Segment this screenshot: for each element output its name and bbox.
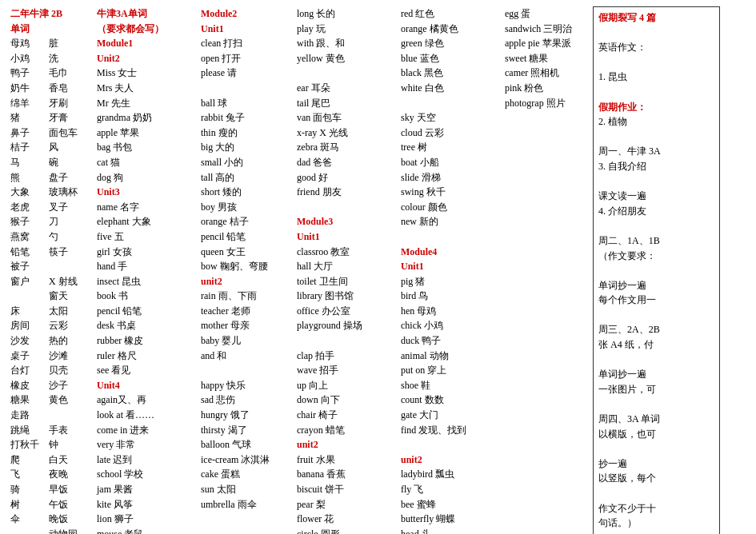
hw-item4: 4. 介绍朋友 xyxy=(598,204,714,219)
col5-row: shoe 鞋 xyxy=(401,378,500,393)
col5-row: head 头 xyxy=(401,527,500,534)
col1-row: 母鸡 脏 xyxy=(10,36,92,51)
hw-note-start: （作文要求： xyxy=(598,249,714,264)
col5-m4: Module4 xyxy=(401,245,500,260)
hw-blank xyxy=(598,441,714,456)
col1-row: 糖果 黄色 xyxy=(10,393,92,408)
col2-row: dog 狗 xyxy=(97,170,196,185)
col5-row: gate 大门 xyxy=(401,408,500,423)
col2-row: cat 猫 xyxy=(97,155,196,170)
col4-row: ear 耳朵 xyxy=(297,81,396,96)
col4-row: down 向下 xyxy=(297,393,396,408)
col2-row: book 书 xyxy=(97,289,196,304)
col2-row: hand 手 xyxy=(97,259,196,274)
col1-row: 树 午饭 xyxy=(10,497,92,512)
col4-row: crayon 蜡笔 xyxy=(297,423,396,438)
col1-row: 骑 早饭 xyxy=(10,482,92,497)
col1-row: 鼻子 面包车 xyxy=(10,126,92,141)
col1-row: 被子 xyxy=(10,259,92,274)
col2-row: girl 女孩 xyxy=(97,245,196,260)
col1-row: 打秋千 钟 xyxy=(10,437,92,452)
col1-row: 小鸡 洗 xyxy=(10,51,92,66)
hw-blank xyxy=(598,353,714,368)
col3-row: pencil 铅笔 xyxy=(201,229,292,245)
col5-row: green 绿色 xyxy=(401,36,500,51)
col1-row: 橡皮 沙子 xyxy=(10,378,92,393)
col3-row: rabbit 兔子 xyxy=(201,110,292,126)
hw-day4: 周四、3A 单词 xyxy=(598,412,714,427)
col3-row: queen 女王 xyxy=(201,245,292,260)
hw-day1: 周一、牛津 3A xyxy=(598,144,714,159)
col6-row: pink 粉色 xyxy=(505,81,588,96)
col4-row: chair 椅子 xyxy=(297,408,396,423)
col4-row: with 跟、和 xyxy=(297,36,396,51)
col5-row: blue 蓝色 xyxy=(401,51,500,66)
col1-row: 飞 夜晚 xyxy=(10,467,92,482)
hw-task4: 抄一遍 xyxy=(598,456,714,472)
col5-row: pig 猪 xyxy=(401,274,500,289)
col1-row: 走路 xyxy=(10,408,92,423)
col1-row: 奶牛 香皂 xyxy=(10,81,92,96)
col5-row: slide 滑梯 xyxy=(401,170,500,185)
hw-note1: 每个作文用一 xyxy=(598,293,714,308)
col2-title: 牛津3A单词 xyxy=(97,6,196,22)
col4-row xyxy=(297,66,396,81)
hw-note5: 以竖版，每个 xyxy=(598,471,714,486)
col5-row: butterfly 蝴蝶 xyxy=(401,512,500,527)
col4-row: banana 香蕉 xyxy=(297,467,396,482)
col2-row: kite 风筝 xyxy=(97,497,196,512)
col5-row: hen 母鸡 xyxy=(401,304,500,319)
col3-row: short 矮的 xyxy=(201,185,292,200)
col3-row: sad 悲伤 xyxy=(201,393,292,408)
col1-row: 绵羊 牙刷 xyxy=(10,96,92,111)
hw-task3: 单词抄一遍 xyxy=(598,367,714,382)
col3-row: thirsty 渴了 xyxy=(201,423,292,438)
hw-blank xyxy=(598,174,714,189)
col5-row: count 数数 xyxy=(401,393,500,408)
hw-blank xyxy=(598,308,714,323)
hw-title1: 假期裂写 4 篇 xyxy=(598,10,714,26)
col5-row: bird 鸟 xyxy=(401,289,500,304)
col3: Module2 Unit1 clean 打扫 open 打开 please 请 … xyxy=(198,6,294,512)
hw-item1: 1. 昆虫 xyxy=(598,70,714,85)
hw-note2: 张 A4 纸，付 xyxy=(598,337,714,353)
col4-row: good 好 xyxy=(297,170,396,185)
col3-row: bow 鞠躬、弯腰 xyxy=(201,259,292,274)
hw-blank xyxy=(598,397,714,412)
col1-row: 沙发 热的 xyxy=(10,333,92,349)
col2-row: elephant 大象 xyxy=(97,214,196,229)
col2-row: jam 果酱 xyxy=(97,482,196,497)
col2-subtitle: （要求都会写） xyxy=(97,22,196,37)
col2-row: very 非常 xyxy=(97,437,196,452)
col2-row: school 学校 xyxy=(97,467,196,482)
col6: egg 蛋 sandwich 三明治 apple pie 苹果派 sweet 糖… xyxy=(502,6,590,110)
col1-row: 铅笔 筷子 xyxy=(10,245,92,260)
col3-row: ball 球 xyxy=(201,96,292,111)
col1-row: 窗天 xyxy=(10,289,92,304)
col2-row: ruler 格尺 xyxy=(97,349,196,364)
col2-row: pencil 铅笔 xyxy=(97,304,196,319)
col5-row: new 新的 xyxy=(401,214,500,229)
col5-row: red 红色 xyxy=(401,6,500,22)
hw-item2: 2. 植物 xyxy=(598,114,714,130)
col4-row: playground 操场 xyxy=(297,318,396,333)
col4-row: clap 拍手 xyxy=(297,349,396,364)
col4-row: flower 花 xyxy=(297,512,396,527)
col4-row: pear 梨 xyxy=(297,497,396,512)
hw-blank xyxy=(598,85,714,100)
col2: 牛津3A单词 （要求都会写） Module1 Unit2 Miss 女士 Mrs… xyxy=(94,6,198,534)
col3-row: ice-cream 冰淇淋 xyxy=(201,452,292,468)
col3-row: orange 桔子 xyxy=(201,214,292,229)
col4-row: friend 朋友 xyxy=(297,185,396,200)
col4-row: play 玩 xyxy=(297,22,396,37)
col2-row: come in 进来 xyxy=(97,423,196,438)
col3-row: tall 高的 xyxy=(201,170,292,185)
col2-row: late 迟到 xyxy=(97,452,196,468)
col5-u2: unit2 xyxy=(401,452,500,468)
col4-row: yellow 黄色 xyxy=(297,51,396,66)
col1-row: 猴子 刀 xyxy=(10,214,92,229)
col6-row: camer 照相机 xyxy=(505,66,588,81)
col2-row: insect 昆虫 xyxy=(97,274,196,289)
col5-row: chick 小鸡 xyxy=(401,318,500,333)
col2-row: grandma 奶奶 xyxy=(97,110,196,126)
